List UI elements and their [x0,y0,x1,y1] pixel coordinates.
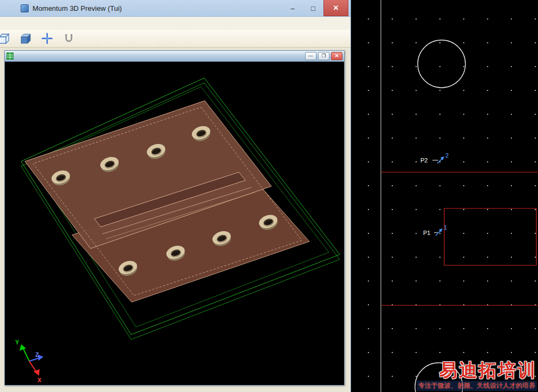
close-button[interactable]: ✕ [323,0,348,16]
circle-shape-bottom[interactable] [415,363,463,392]
preview-child-window: — ❐ ✕ [4,50,345,386]
port-pin-number: 2 [445,152,449,159]
copper-plates [25,101,309,302]
solid-cube-icon[interactable] [19,32,32,45]
mdi-client-area: — ❐ ✕ [0,48,351,392]
child-titlebar[interactable]: — ❐ ✕ [5,51,344,62]
minimize-button[interactable]: – [282,0,303,16]
caption-buttons: – □ ✕ [282,0,351,16]
menu-strip [0,17,351,30]
child-minimize-button[interactable]: — [305,52,316,60]
port-label: P2 [420,157,427,164]
axis-triad: Y Z X [15,339,43,383]
layout-drawing[interactable]: P2 2 P1 1 [351,0,538,392]
3d-viewport[interactable]: Y Z X [5,62,344,385]
window-title: Momentum 3D Preview (Tui) [33,4,122,12]
circle-shape-top[interactable] [418,40,465,88]
child-close-button[interactable]: ✕ [331,52,342,60]
layout-canvas[interactable]: P2 2 P1 1 易迪拓培训 专注于微波、射频、天线设计人才的培养 [351,0,538,392]
port-label: P1 [423,230,430,236]
app-icon [21,4,29,12]
wireframe-cube-icon[interactable] [0,32,10,45]
momentum-3d-preview-window: Momentum 3D Preview (Tui) – □ ✕ [0,0,351,392]
trace-outlines[interactable] [381,172,538,305]
axis-x-label: X [37,377,42,383]
child-caption-buttons: — ❐ ✕ [305,52,342,60]
toolbar [0,30,351,48]
axes-cross-icon[interactable] [41,32,54,45]
port-p2[interactable]: P2 2 [420,152,449,164]
port-p1[interactable]: P1 1 [423,224,447,236]
axis-y-label: Y [15,339,20,345]
maximize-button[interactable]: □ [303,0,323,16]
titlebar[interactable]: Momentum 3D Preview (Tui) – □ ✕ [0,0,351,17]
pcb-3d-scene[interactable]: Y Z X [5,62,344,386]
layers-grid-icon [7,53,14,60]
axis-z-label: Z [35,351,39,358]
child-maximize-button[interactable]: ❐ [318,52,329,60]
port-pin-number: 1 [444,224,447,231]
trace-rect[interactable] [444,208,536,265]
magnet-icon[interactable] [62,32,75,45]
